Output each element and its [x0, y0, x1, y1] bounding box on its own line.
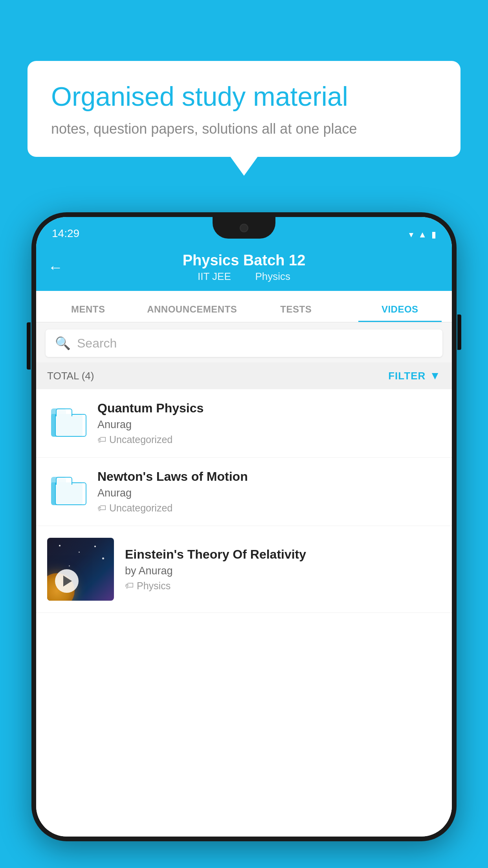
folder-icon [51, 478, 83, 505]
tag-label: Physics [137, 580, 171, 592]
folder-icon [51, 410, 83, 437]
video-info: Einstein's Theory Of Relativity by Anura… [125, 547, 441, 592]
video-author: by Anurag [125, 565, 441, 577]
total-count: TOTAL (4) [47, 370, 94, 382]
video-tag: 🏷 Uncategorized [97, 434, 441, 445]
folder-icon-wrap [47, 472, 86, 511]
filter-button[interactable]: FILTER ▼ [388, 370, 441, 382]
video-info: Newton's Laws of Motion Anurag 🏷 Uncateg… [97, 469, 441, 514]
video-title: Quantum Physics [97, 401, 441, 416]
camera-dot [240, 224, 248, 232]
video-title: Einstein's Theory Of Relativity [125, 547, 441, 562]
list-item[interactable]: Quantum Physics Anurag 🏷 Uncategorized [36, 389, 452, 458]
back-button[interactable]: ← [48, 259, 63, 276]
tag-icon: 🏷 [125, 581, 134, 591]
play-button[interactable] [55, 569, 79, 593]
video-tag: 🏷 Uncategorized [97, 502, 441, 514]
status-time: 14:29 [52, 227, 79, 240]
phone-screen: 14:29 ▾ ▲ ▮ ← Physics Batch 12 IIT JEE P… [36, 217, 452, 837]
search-placeholder: Search [77, 336, 117, 351]
tag-label: Uncategorized [109, 434, 172, 445]
folder-front [55, 482, 86, 505]
signal-icon: ▲ [418, 230, 427, 240]
search-bar-container: 🔍 Search [36, 322, 452, 364]
play-triangle-icon [63, 576, 72, 587]
header-subtitle: IIT JEE Physics [194, 270, 294, 283]
tag-icon: 🏷 [97, 435, 106, 445]
tag-icon: 🏷 [97, 503, 106, 513]
status-icons: ▾ ▲ ▮ [409, 230, 436, 240]
folder-icon-wrap [47, 404, 86, 443]
header-title: Physics Batch 12 [183, 252, 306, 269]
video-info: Quantum Physics Anurag 🏷 Uncategorized [97, 401, 441, 445]
wifi-icon: ▾ [409, 230, 413, 240]
filter-label: FILTER [388, 370, 426, 382]
search-input-wrap[interactable]: 🔍 Search [46, 329, 442, 357]
video-title: Newton's Laws of Motion [97, 469, 441, 484]
subtitle-physics: Physics [255, 270, 290, 282]
subtitle-iitjee: IIT JEE [198, 270, 231, 282]
speech-bubble-subtitle: notes, question papers, solutions all at… [51, 121, 437, 137]
tab-videos[interactable]: VIDEOS [348, 304, 452, 322]
video-author: Anurag [97, 487, 441, 499]
search-icon: 🔍 [55, 336, 71, 351]
phone-outer: 14:29 ▾ ▲ ▮ ← Physics Batch 12 IIT JEE P… [31, 212, 457, 841]
app-header: ← Physics Batch 12 IIT JEE Physics [36, 244, 452, 291]
tab-ments[interactable]: MENTS [36, 304, 140, 322]
battery-icon: ▮ [431, 230, 436, 240]
tab-tests[interactable]: TESTS [244, 304, 348, 322]
phone-container: 14:29 ▾ ▲ ▮ ← Physics Batch 12 IIT JEE P… [31, 212, 457, 841]
filter-bar: TOTAL (4) FILTER ▼ [36, 362, 452, 389]
speech-bubble-title: Organised study material [51, 81, 437, 113]
speech-bubble: Organised study material notes, question… [28, 61, 460, 157]
tag-label: Uncategorized [109, 502, 172, 514]
list-item[interactable]: Einstein's Theory Of Relativity by Anura… [36, 526, 452, 613]
video-list: Quantum Physics Anurag 🏷 Uncategorized [36, 389, 452, 837]
filter-icon: ▼ [429, 370, 441, 382]
notch [213, 217, 275, 239]
video-author: Anurag [97, 419, 441, 431]
list-item[interactable]: Newton's Laws of Motion Anurag 🏷 Uncateg… [36, 458, 452, 526]
video-tag: 🏷 Physics [125, 580, 441, 592]
folder-front [55, 414, 86, 437]
tabs-bar: MENTS ANNOUNCEMENTS TESTS VIDEOS [36, 291, 452, 322]
subtitle-separator [242, 270, 247, 282]
tab-announcements[interactable]: ANNOUNCEMENTS [140, 304, 244, 322]
video-thumbnail [47, 538, 114, 601]
